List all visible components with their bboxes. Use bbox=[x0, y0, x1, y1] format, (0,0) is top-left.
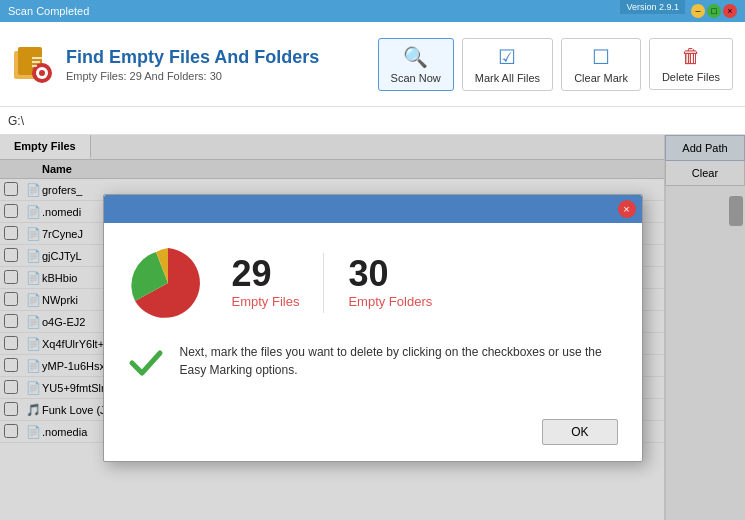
maximize-button[interactable]: □ bbox=[707, 4, 721, 18]
message-row: Next, mark the files you want to delete … bbox=[128, 343, 618, 391]
empty-files-label: Empty Files bbox=[232, 294, 300, 309]
checkmark-icon bbox=[128, 345, 164, 381]
header: Find Empty Files And Folders Empty Files… bbox=[0, 22, 745, 107]
scan-complete-modal: × 29 bbox=[103, 194, 643, 462]
svg-point-4 bbox=[39, 70, 45, 76]
app-icon bbox=[12, 43, 54, 85]
toolbar-actions: 🔍 Scan Now ☑ Mark All Files ☐ Clear Mark… bbox=[378, 38, 733, 91]
mark-all-icon: ☑ bbox=[498, 45, 516, 69]
current-path: G:\ bbox=[8, 114, 24, 128]
modal-footer: OK bbox=[104, 411, 642, 461]
app-title: Find Empty Files And Folders bbox=[66, 47, 366, 68]
empty-folders-count: 30 bbox=[348, 256, 388, 292]
scan-now-label: Scan Now bbox=[391, 72, 441, 84]
version-badge: Version 2.9.1 bbox=[620, 0, 685, 14]
empty-files-stat: 29 Empty Files bbox=[232, 256, 300, 309]
title-bar-controls: – □ × bbox=[691, 4, 737, 18]
pie-chart bbox=[128, 243, 208, 323]
path-bar: G:\ bbox=[0, 107, 745, 135]
clear-mark-label: Clear Mark bbox=[574, 72, 628, 84]
stat-divider bbox=[323, 253, 324, 313]
main-area: Empty Files Name 📄 grofers_ 📄 .nomedi bbox=[0, 135, 745, 520]
clear-mark-button[interactable]: ☐ Clear Mark bbox=[561, 38, 641, 91]
clear-mark-icon: ☐ bbox=[592, 45, 610, 69]
ok-button[interactable]: OK bbox=[542, 419, 617, 445]
title-bar: Scan Completed Version 2.9.1 – □ × bbox=[0, 0, 745, 22]
modal-header: × bbox=[104, 195, 642, 223]
title-bar-text: Scan Completed bbox=[8, 5, 89, 17]
modal-overlay: × 29 bbox=[0, 135, 745, 520]
empty-folders-stat: 30 Empty Folders bbox=[348, 256, 432, 309]
minimize-button[interactable]: – bbox=[691, 4, 705, 18]
app-subtitle: Empty Files: 29 And Folders: 30 bbox=[66, 70, 366, 82]
stats-row: 29 Empty Files 30 Empty Folders bbox=[128, 243, 618, 323]
delete-icon: 🗑 bbox=[681, 45, 701, 68]
mark-all-label: Mark All Files bbox=[475, 72, 540, 84]
delete-files-button[interactable]: 🗑 Delete Files bbox=[649, 38, 733, 90]
modal-close-button[interactable]: × bbox=[618, 200, 636, 218]
mark-all-button[interactable]: ☑ Mark All Files bbox=[462, 38, 553, 91]
scan-icon: 🔍 bbox=[403, 45, 428, 69]
modal-body: 29 Empty Files 30 Empty Folders bbox=[104, 223, 642, 411]
close-window-button[interactable]: × bbox=[723, 4, 737, 18]
scan-now-button[interactable]: 🔍 Scan Now bbox=[378, 38, 454, 91]
app-title-area: Find Empty Files And Folders Empty Files… bbox=[66, 47, 366, 82]
empty-files-count: 29 bbox=[232, 256, 272, 292]
modal-message: Next, mark the files you want to delete … bbox=[180, 343, 618, 379]
delete-files-label: Delete Files bbox=[662, 71, 720, 83]
empty-folders-label: Empty Folders bbox=[348, 294, 432, 309]
